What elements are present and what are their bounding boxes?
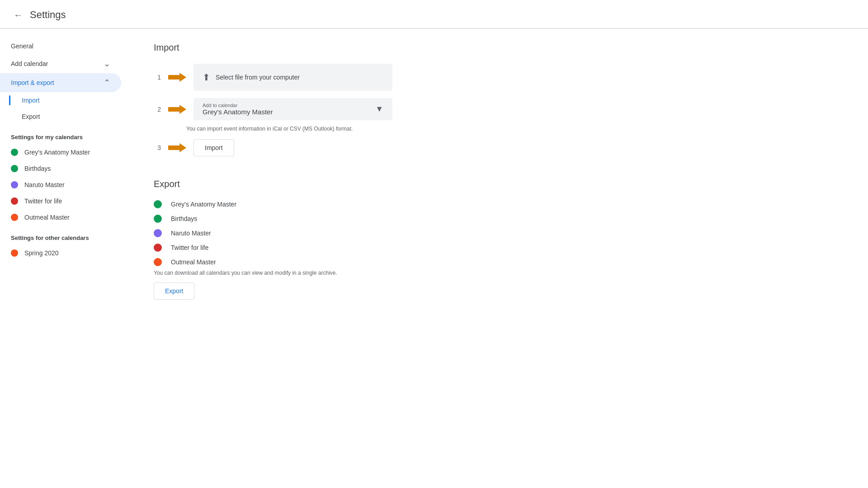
sidebar-calendar-item[interactable]: Grey's Anatomy Master (0, 144, 127, 160)
export-color-dot (154, 200, 162, 208)
sidebar: General Add calendar ⌄ Import & export ⌃… (0, 29, 127, 485)
calendar-color-dot (11, 181, 18, 188)
page-title: Settings (30, 9, 66, 21)
step3-arrow-icon (168, 141, 186, 154)
export-calendar-item: Outmeal Master (154, 258, 841, 266)
export-title: Export (154, 179, 841, 189)
import-title: Import (154, 42, 841, 53)
sidebar-item-import[interactable]: Import (22, 92, 121, 108)
step2-arrow-icon (168, 103, 186, 116)
step1-arrow-icon (168, 71, 186, 84)
calendar-color-dot (11, 214, 18, 221)
sidebar-item-general[interactable]: General (0, 38, 121, 54)
import-steps: 1 ⬆ Select file from your computer 2 (154, 64, 841, 120)
sidebar-calendar-item[interactable]: Outmeal Master (0, 209, 127, 225)
dropdown-label: Add to calendar (203, 103, 273, 108)
dropdown-value: Grey's Anatomy Master (203, 108, 273, 116)
calendar-dropdown[interactable]: Add to calendar Grey's Anatomy Master ▼ (193, 98, 392, 120)
main-layout: General Add calendar ⌄ Import & export ⌃… (0, 29, 868, 485)
calendar-color-dot (11, 149, 18, 156)
export-color-dot (154, 244, 162, 252)
step2-row: 2 Add to calendar Grey's Anatomy Master … (154, 98, 841, 120)
my-calendars-list: Grey's Anatomy MasterBirthdaysNaruto Mas… (0, 144, 127, 225)
svg-marker-0 (168, 73, 186, 82)
svg-marker-1 (168, 105, 186, 114)
upload-icon: ⬆ (203, 72, 210, 83)
sidebar-other-calendar-item[interactable]: Spring 2020 (0, 245, 127, 261)
chevron-up-icon: ⌃ (104, 78, 110, 88)
export-color-dot (154, 215, 162, 223)
other-calendars-list: Spring 2020 (0, 245, 127, 261)
my-calendars-heading: Settings for my calendars (0, 125, 127, 144)
step3-row: 3 Import (154, 139, 841, 156)
step3-number: 3 (154, 144, 161, 151)
export-calendar-item: Naruto Master (154, 229, 841, 237)
import-info: You can import event information in iCal… (186, 126, 841, 132)
step2-number: 2 (154, 106, 161, 113)
export-calendar-item: Twitter for life (154, 244, 841, 252)
other-calendars-heading: Settings for other calendars (0, 225, 127, 245)
sidebar-sub: Import Export (0, 92, 127, 125)
sidebar-item-add-calendar[interactable]: Add calendar ⌄ (0, 54, 121, 73)
export-calendar-item: Grey's Anatomy Master (154, 200, 841, 208)
export-button[interactable]: Export (154, 282, 194, 300)
step1-number: 1 (154, 74, 161, 81)
import-section: Import 1 ⬆ Select file from your compute… (154, 42, 841, 156)
calendar-color-dot (11, 197, 18, 205)
sidebar-item-export[interactable]: Export (22, 108, 121, 125)
sidebar-calendar-item[interactable]: Naruto Master (0, 177, 127, 193)
dropdown-caret-icon: ▼ (375, 104, 383, 114)
main-content: Import 1 ⬆ Select file from your compute… (127, 29, 868, 485)
sidebar-item-import-export[interactable]: Import & export ⌃ (0, 73, 121, 92)
chevron-down-icon: ⌄ (104, 59, 110, 69)
export-section: Export Grey's Anatomy MasterBirthdaysNar… (154, 179, 841, 300)
calendar-color-dot (11, 249, 18, 257)
export-color-dot (154, 258, 162, 266)
calendar-color-dot (11, 165, 18, 172)
export-calendar-item: Birthdays (154, 215, 841, 223)
sidebar-calendar-item[interactable]: Twitter for life (0, 193, 127, 209)
back-button[interactable]: ← (14, 10, 23, 20)
export-calendars-list: Grey's Anatomy MasterBirthdaysNaruto Mas… (154, 200, 841, 266)
step1-row: 1 ⬆ Select file from your computer (154, 64, 841, 91)
import-button[interactable]: Import (193, 139, 234, 156)
export-color-dot (154, 229, 162, 237)
svg-marker-2 (168, 143, 186, 152)
sidebar-calendar-item[interactable]: Birthdays (0, 160, 127, 177)
page-header: ← Settings (0, 0, 868, 28)
file-upload-button[interactable]: ⬆ Select file from your computer (193, 64, 392, 91)
export-info: You can download all calendars you can v… (154, 270, 841, 276)
